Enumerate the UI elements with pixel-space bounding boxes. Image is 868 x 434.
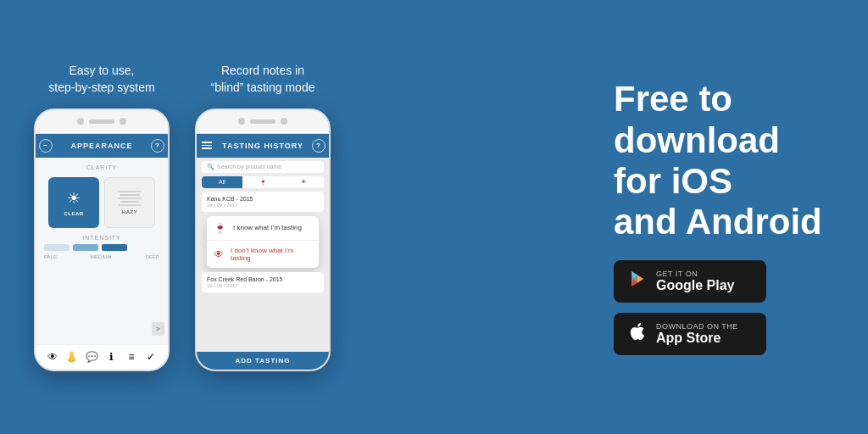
phone2: TASTING HISTORY ? 🔍 Search by product na… bbox=[195, 108, 331, 371]
next-arrow[interactable]: > bbox=[152, 322, 164, 336]
hazy-label: HAZY bbox=[122, 209, 137, 214]
google-play-title: Google Play bbox=[656, 278, 734, 293]
google-play-subtitle: GET IT ON bbox=[656, 270, 734, 278]
blind-eye-icon: 👁 bbox=[214, 248, 224, 260]
help2-icon: ? bbox=[312, 139, 326, 153]
tab-wine[interactable]: 🍷 bbox=[242, 176, 283, 188]
clarity-clear-card[interactable]: ☀ CLEAR bbox=[48, 177, 99, 228]
clarity-label: CLARITY bbox=[41, 164, 163, 170]
blind-tasting-option[interactable]: 👁 I don’t know what I’m tasting bbox=[207, 241, 319, 268]
list-item-1[interactable]: Kanu KCB - 2015 19 / 09 / 2017 bbox=[202, 192, 324, 212]
deep-label: DEEP bbox=[146, 254, 159, 259]
check-icon[interactable]: ✓ bbox=[144, 350, 158, 364]
phone1-camera bbox=[77, 118, 84, 125]
phone1-group: Easy to use, step-by-step system − APPEA… bbox=[34, 63, 170, 370]
hazy-icon bbox=[118, 191, 142, 206]
phone1-camera2 bbox=[120, 118, 126, 125]
tab-blind[interactable]: 👁 bbox=[283, 176, 324, 188]
list-item-2-title: Fox Creek Red Baron - 2015 bbox=[207, 276, 319, 282]
phone2-top-bar bbox=[197, 110, 329, 134]
add-tasting-button[interactable]: ADD TASTING bbox=[197, 352, 329, 370]
eye-icon[interactable]: 👁 bbox=[46, 350, 59, 364]
store-buttons: GET IT ON Google Play Download on the Ap… bbox=[614, 260, 834, 355]
intensity-label: INTENSITY bbox=[41, 235, 163, 241]
know-tasting-option[interactable]: 🍷 I know what I’m tasting bbox=[207, 216, 319, 241]
phone1: − APPEARANCE ? CLARITY ☀ CLEAR bbox=[34, 108, 170, 371]
phone1-caption: Easy to use, step-by-step system bbox=[48, 63, 154, 96]
list-icon[interactable]: ≡ bbox=[125, 350, 138, 364]
apple-icon bbox=[627, 321, 648, 347]
app-store-subtitle: Download on the bbox=[656, 322, 738, 331]
list-item-2-date: 19 / 09 / 2017 bbox=[207, 283, 319, 288]
intensity-section: INTENSITY PALE MEDIUM DEEP bbox=[41, 235, 163, 259]
intensity-bars bbox=[41, 244, 163, 251]
phone1-bottom-nav: 👁 👃 💬 ℹ ≡ ✓ bbox=[36, 344, 168, 370]
main-heading: Free to download for iOS and Android bbox=[614, 79, 822, 242]
phone2-speaker bbox=[250, 120, 275, 124]
phone1-header: − APPEARANCE ? bbox=[36, 134, 168, 158]
app-store-text: Download on the App Store bbox=[656, 322, 738, 346]
search-icon: 🔍 bbox=[207, 164, 214, 170]
back-icon: − bbox=[39, 139, 53, 153]
search-placeholder: Search by product name bbox=[217, 164, 281, 170]
tab-all[interactable]: All bbox=[202, 176, 242, 188]
phone2-title: TASTING HISTORY bbox=[222, 142, 303, 150]
phone1-content: CLARITY ☀ CLEAR bbox=[36, 158, 168, 344]
phone2-camera bbox=[238, 118, 245, 125]
clarity-hazy-card[interactable]: HAZY bbox=[104, 177, 155, 228]
phone1-top-bar bbox=[36, 110, 168, 134]
blind-tasting-label: I don’t know what I’m tasting bbox=[231, 247, 312, 262]
google-play-text: GET IT ON Google Play bbox=[656, 270, 734, 293]
know-tasting-label: I know what I’m tasting bbox=[233, 224, 302, 231]
phone2-list: Kanu KCB - 2015 19 / 09 / 2017 🍷 I know … bbox=[197, 192, 329, 352]
list-item-1-title: Kanu KCB - 2015 bbox=[207, 196, 319, 202]
add-tasting-label: ADD TASTING bbox=[235, 357, 290, 364]
help-icon: ? bbox=[151, 139, 164, 153]
pale-label: PALE bbox=[44, 254, 57, 259]
clear-label: CLEAR bbox=[64, 211, 83, 216]
svg-marker-2 bbox=[637, 275, 643, 282]
intensity-labels: PALE MEDIUM DEEP bbox=[41, 254, 163, 259]
phone2-caption: Record notes in “blind” tasting mode bbox=[211, 63, 315, 96]
app-store-button[interactable]: Download on the App Store bbox=[614, 313, 766, 355]
google-play-icon bbox=[627, 269, 648, 294]
tasting-mode-dropdown: 🍷 I know what I’m tasting 👁 I don’t know… bbox=[207, 216, 319, 268]
list-item-2[interactable]: Fox Creek Red Baron - 2015 19 / 09 / 201… bbox=[202, 272, 324, 292]
nose-icon[interactable]: 👃 bbox=[65, 350, 79, 364]
phone2-group: Record notes in “blind” tasting mode TAS… bbox=[195, 63, 331, 370]
phone2-tabs: All 🍷 👁 bbox=[202, 176, 324, 188]
menu-icon[interactable] bbox=[200, 140, 214, 151]
phone2-search[interactable]: 🔍 Search by product name bbox=[202, 161, 324, 173]
phone2-header: TASTING HISTORY ? bbox=[197, 134, 329, 158]
phone2-camera2 bbox=[281, 118, 287, 125]
phone2-screen: TASTING HISTORY ? 🔍 Search by product na… bbox=[197, 134, 329, 370]
app-store-title: App Store bbox=[656, 331, 738, 346]
clarity-options: ☀ CLEAR HAZY bbox=[41, 177, 163, 228]
right-section: Free to download for iOS and Android GET… bbox=[597, 79, 834, 354]
phone1-title: APPEARANCE bbox=[70, 142, 132, 150]
wine-glass-icon: 🍷 bbox=[214, 222, 226, 234]
mouth-icon[interactable]: 💬 bbox=[85, 350, 98, 364]
phones-section: Easy to use, step-by-step system − APPEA… bbox=[34, 17, 597, 417]
phone1-screen: − APPEARANCE ? CLARITY ☀ CLEAR bbox=[36, 134, 168, 370]
google-play-button[interactable]: GET IT ON Google Play bbox=[614, 260, 766, 303]
list-item-1-date: 19 / 09 / 2017 bbox=[207, 203, 319, 208]
medium-label: MEDIUM bbox=[91, 254, 111, 259]
sun-icon: ☀ bbox=[67, 189, 81, 208]
phone1-speaker bbox=[89, 120, 114, 124]
info-icon[interactable]: ℹ bbox=[105, 350, 119, 364]
